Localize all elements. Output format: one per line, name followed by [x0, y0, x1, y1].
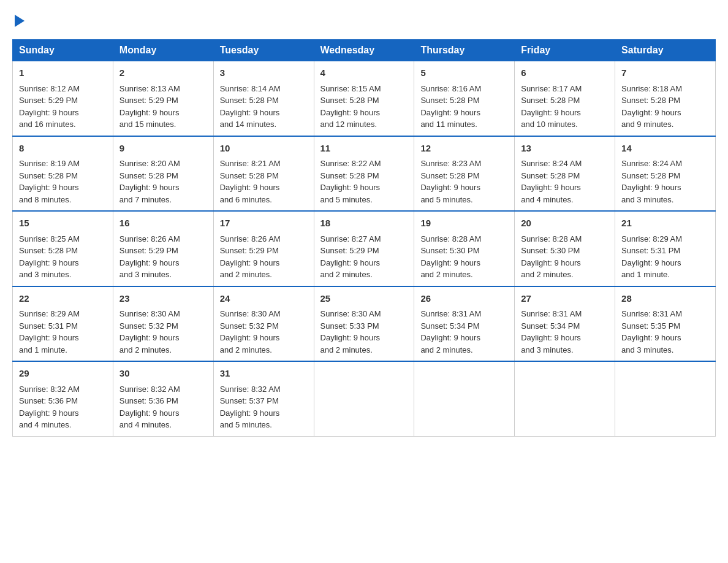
- calendar-row-5: 29Sunrise: 8:32 AMSunset: 5:36 PMDayligh…: [13, 361, 716, 436]
- table-row: 9Sunrise: 8:20 AMSunset: 5:28 PMDaylight…: [113, 136, 213, 212]
- header-row: SundayMondayTuesdayWednesdayThursdayFrid…: [13, 40, 716, 61]
- table-row: 24Sunrise: 8:30 AMSunset: 5:32 PMDayligh…: [213, 286, 314, 362]
- day-number: 3: [220, 66, 308, 80]
- table-row: 3Sunrise: 8:14 AMSunset: 5:28 PMDaylight…: [213, 61, 314, 136]
- day-number: 26: [420, 292, 508, 306]
- table-row: 13Sunrise: 8:24 AMSunset: 5:28 PMDayligh…: [515, 136, 615, 212]
- day-number: 8: [19, 142, 107, 156]
- table-row: [615, 361, 716, 436]
- calendar-row-3: 15Sunrise: 8:25 AMSunset: 5:28 PMDayligh…: [13, 211, 716, 286]
- table-row: 4Sunrise: 8:15 AMSunset: 5:28 PMDaylight…: [314, 61, 414, 136]
- table-row: 18Sunrise: 8:27 AMSunset: 5:29 PMDayligh…: [314, 211, 414, 286]
- col-header-tuesday: Tuesday: [213, 40, 314, 61]
- day-number: 12: [420, 142, 508, 156]
- table-row: 1Sunrise: 8:12 AMSunset: 5:29 PMDaylight…: [13, 61, 113, 136]
- day-number: 9: [119, 142, 207, 156]
- calendar-row-1: 1Sunrise: 8:12 AMSunset: 5:29 PMDaylight…: [13, 61, 716, 136]
- calendar-table: SundayMondayTuesdayWednesdayThursdayFrid…: [12, 39, 716, 437]
- table-row: 17Sunrise: 8:26 AMSunset: 5:29 PMDayligh…: [213, 211, 314, 286]
- table-row: 14Sunrise: 8:24 AMSunset: 5:28 PMDayligh…: [615, 136, 716, 212]
- day-number: 4: [320, 66, 408, 80]
- table-row: 25Sunrise: 8:30 AMSunset: 5:33 PMDayligh…: [314, 286, 414, 362]
- day-number: 25: [320, 292, 408, 306]
- day-number: 27: [521, 292, 609, 306]
- day-number: 19: [420, 216, 508, 231]
- col-header-wednesday: Wednesday: [314, 40, 414, 61]
- day-number: 10: [220, 142, 308, 156]
- table-row: 5Sunrise: 8:16 AMSunset: 5:28 PMDaylight…: [414, 61, 515, 136]
- table-row: 7Sunrise: 8:18 AMSunset: 5:28 PMDaylight…: [615, 61, 716, 136]
- day-number: 22: [19, 292, 107, 306]
- day-number: 28: [621, 292, 709, 306]
- col-header-sunday: Sunday: [13, 40, 113, 61]
- table-row: [414, 361, 515, 436]
- table-row: 29Sunrise: 8:32 AMSunset: 5:36 PMDayligh…: [13, 361, 113, 436]
- table-row: 27Sunrise: 8:31 AMSunset: 5:34 PMDayligh…: [515, 286, 615, 362]
- table-row: 23Sunrise: 8:30 AMSunset: 5:32 PMDayligh…: [113, 286, 213, 362]
- day-number: 14: [621, 142, 709, 156]
- day-number: 7: [621, 66, 709, 80]
- table-row: 28Sunrise: 8:31 AMSunset: 5:35 PMDayligh…: [615, 286, 716, 362]
- calendar-row-2: 8Sunrise: 8:19 AMSunset: 5:28 PMDaylight…: [13, 136, 716, 212]
- table-row: 15Sunrise: 8:25 AMSunset: 5:28 PMDayligh…: [13, 211, 113, 286]
- table-row: 6Sunrise: 8:17 AMSunset: 5:28 PMDaylight…: [515, 61, 615, 136]
- table-row: 30Sunrise: 8:32 AMSunset: 5:36 PMDayligh…: [113, 361, 213, 436]
- page-header: [12, 12, 716, 27]
- table-row: 8Sunrise: 8:19 AMSunset: 5:28 PMDaylight…: [13, 136, 113, 212]
- day-number: 1: [19, 66, 107, 80]
- table-row: 11Sunrise: 8:22 AMSunset: 5:28 PMDayligh…: [314, 136, 414, 212]
- day-number: 21: [621, 216, 709, 231]
- day-number: 11: [320, 142, 408, 156]
- calendar-row-4: 22Sunrise: 8:29 AMSunset: 5:31 PMDayligh…: [13, 286, 716, 362]
- day-number: 2: [119, 66, 207, 80]
- table-row: 31Sunrise: 8:32 AMSunset: 5:37 PMDayligh…: [213, 361, 314, 436]
- day-number: 16: [119, 216, 207, 231]
- col-header-monday: Monday: [113, 40, 213, 61]
- table-row: 10Sunrise: 8:21 AMSunset: 5:28 PMDayligh…: [213, 136, 314, 212]
- day-number: 30: [119, 367, 207, 381]
- table-row: [314, 361, 414, 436]
- day-number: 15: [19, 216, 107, 231]
- col-header-friday: Friday: [515, 40, 615, 61]
- day-number: 18: [320, 216, 408, 231]
- col-header-thursday: Thursday: [414, 40, 515, 61]
- table-row: 21Sunrise: 8:29 AMSunset: 5:31 PMDayligh…: [615, 211, 716, 286]
- day-number: 31: [220, 367, 308, 381]
- day-number: 6: [521, 66, 609, 80]
- table-row: 20Sunrise: 8:28 AMSunset: 5:30 PMDayligh…: [515, 211, 615, 286]
- table-row: 22Sunrise: 8:29 AMSunset: 5:31 PMDayligh…: [13, 286, 113, 362]
- table-row: 12Sunrise: 8:23 AMSunset: 5:28 PMDayligh…: [414, 136, 515, 212]
- day-number: 23: [119, 292, 207, 306]
- day-number: 13: [521, 142, 609, 156]
- col-header-saturday: Saturday: [615, 40, 716, 61]
- day-number: 24: [220, 292, 308, 306]
- day-number: 17: [220, 216, 308, 231]
- table-row: 26Sunrise: 8:31 AMSunset: 5:34 PMDayligh…: [414, 286, 515, 362]
- table-row: 2Sunrise: 8:13 AMSunset: 5:29 PMDaylight…: [113, 61, 213, 136]
- day-number: 20: [521, 216, 609, 231]
- logo-arrow-icon: [15, 15, 25, 27]
- logo: [12, 12, 25, 27]
- day-number: 5: [420, 66, 508, 80]
- day-number: 29: [19, 367, 107, 381]
- table-row: 16Sunrise: 8:26 AMSunset: 5:29 PMDayligh…: [113, 211, 213, 286]
- table-row: [515, 361, 615, 436]
- table-row: 19Sunrise: 8:28 AMSunset: 5:30 PMDayligh…: [414, 211, 515, 286]
